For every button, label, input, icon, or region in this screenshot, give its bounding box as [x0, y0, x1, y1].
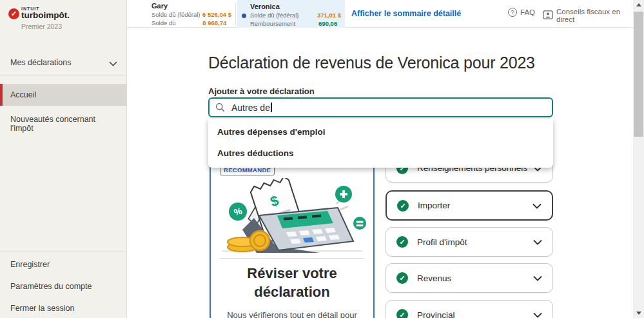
selected-dot-icon — [242, 14, 246, 18]
person-name: Veronica — [250, 3, 341, 10]
section-label: Provincial — [417, 310, 455, 318]
balance-label: Solde dû (fédéral) — [151, 11, 200, 19]
balance-row: Solde dû (fédéral) 6 526,04 $ — [151, 11, 231, 19]
sidebar-item-save[interactable]: Enregistrer — [0, 253, 126, 275]
detailed-summary-link[interactable]: Afficher le sommaire détaillé — [351, 9, 461, 18]
topbar-divider — [235, 3, 236, 25]
live-tips-label: Conseils fiscaux en direct — [556, 8, 633, 23]
person-name: Gary — [151, 2, 231, 10]
suggestion-other-deductions[interactable]: Autres déductions — [208, 143, 553, 164]
sidebar-item-label: Nouveautés concernant l'impôt — [10, 115, 95, 133]
triangle-up-icon — [636, 3, 641, 6]
triangle-down-icon — [636, 312, 641, 315]
balance-row: Solde dû (fédéral) 371,01 $ — [250, 12, 341, 20]
review-illustration: $ — [217, 178, 367, 257]
balance-value: 371,01 $ — [317, 12, 341, 20]
check-circle-icon: ✓ — [396, 309, 408, 318]
section-label: Profil d'impôt — [417, 237, 467, 247]
sidebar-item-account-settings[interactable]: Paramètres du compte — [0, 275, 126, 297]
search-input[interactable] — [208, 97, 553, 117]
search-suggestions-dropdown: Autres dépenses d'emploi Autres déductio… — [208, 119, 553, 168]
scroll-up-button[interactable] — [633, 0, 644, 10]
edition-label: Premier 2023 — [21, 23, 62, 30]
check-circle-icon: ✓ — [396, 236, 408, 248]
sidebar-item-label: Mes déclarations — [10, 58, 72, 67]
sidebar-divider — [0, 252, 126, 252]
live-expert-icon — [543, 10, 553, 21]
search-box — [208, 97, 553, 117]
faq-label: FAQ — [520, 8, 535, 16]
sidebar-item-label: Fermer la session — [10, 304, 74, 313]
app-window: ✓ INTUIT turboimpôt. Premier 2023 Mes dé… — [0, 0, 644, 318]
chevron-down-icon — [533, 236, 542, 248]
search-icon — [215, 103, 225, 115]
sidebar-item-home[interactable]: Accueil — [0, 84, 126, 106]
turboimpot-logo: ✓ INTUIT turboimpôt. — [8, 6, 70, 20]
sidebar-item-whats-new[interactable]: Nouveautés concernant l'impôt — [0, 108, 126, 139]
card-divider — [220, 258, 364, 259]
question-mark-icon: ? — [508, 8, 517, 17]
sidebar-item-label: Paramètres du compte — [10, 282, 92, 291]
veronica-summary-selected[interactable]: Veronica Solde dû (fédéral) 371,01 $ Rem… — [237, 0, 345, 28]
chevron-down-icon — [109, 59, 117, 68]
section-label: Importer — [418, 201, 450, 210]
live-tax-tips-button[interactable]: Conseils fiscaux en direct — [543, 8, 633, 23]
faq-button[interactable]: ? FAQ — [508, 8, 535, 17]
section-income[interactable]: ✓ Revenus — [385, 263, 553, 293]
sidebar-bottom: Enregistrer Paramètres du compte Fermer … — [0, 250, 126, 318]
section-provincial[interactable]: ✓ Provincial — [385, 300, 553, 318]
chevron-down-icon — [532, 200, 542, 212]
search-section-label: Ajouter à votre déclaration — [208, 86, 315, 96]
balance-value: 6 526,04 $ — [202, 11, 231, 19]
sidebar-item-label: Enregistrer — [10, 260, 50, 269]
sidebar-item-my-returns[interactable]: Mes déclarations — [0, 52, 126, 74]
scroll-down-button[interactable] — [633, 308, 644, 318]
logo-product: turboimpôt. — [21, 10, 70, 20]
section-tax-profile[interactable]: ✓ Profil d'impôt — [385, 227, 553, 257]
sidebar-item-sign-out[interactable]: Fermer la session — [0, 297, 126, 318]
topbar: Gary Solde dû (fédéral) 6 526,04 $ Solde… — [127, 0, 633, 28]
check-circle-icon: ✓ — [397, 200, 409, 212]
vertical-scrollbar[interactable] — [633, 0, 644, 318]
sidebar-item-label: Accueil — [10, 90, 36, 99]
balance-label: Solde dû (fédéral) — [250, 12, 299, 20]
logo-text: INTUIT turboimpôt. — [21, 6, 70, 20]
review-return-card[interactable]: RECOMMANDÉ $ — [210, 160, 375, 318]
sidebar-nav: Mes déclarations Accueil Nouveautés conc… — [0, 52, 126, 139]
sidebar: ✓ INTUIT turboimpôt. Premier 2023 Mes dé… — [0, 0, 127, 318]
review-card-description: Nous vérifierons tout en détail pour que… — [211, 310, 373, 318]
section-import[interactable]: ✓ Importer — [385, 190, 553, 221]
logo-check-icon: ✓ — [8, 8, 19, 19]
sidebar-divider — [0, 75, 126, 75]
review-card-title: Réviser votre déclaration — [211, 264, 373, 301]
check-circle-icon: ✓ — [396, 272, 408, 284]
text-cursor — [271, 103, 272, 112]
chevron-down-icon — [533, 309, 542, 318]
scrollbar-thumb[interactable] — [634, 12, 643, 137]
page-title: Déclaration de revenus de Veronica pour … — [208, 54, 535, 72]
suggestion-other-employment-expenses[interactable]: Autres dépenses d'emploi — [208, 121, 553, 143]
section-label: Revenus — [417, 273, 451, 283]
main-content: Déclaration de revenus de Veronica pour … — [127, 28, 633, 318]
chevron-down-icon — [533, 272, 542, 284]
